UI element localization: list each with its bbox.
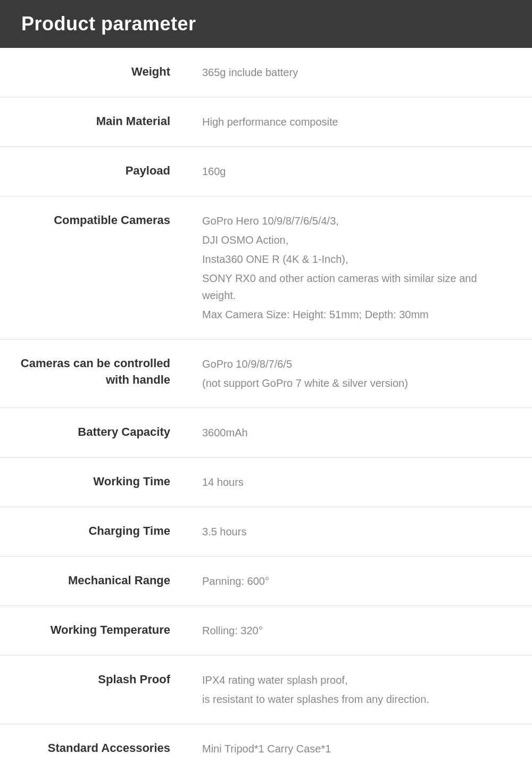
- table-row: Main MaterialHigh performance composite: [0, 97, 532, 147]
- table-row: Cameras can be controlled with handleGoP…: [0, 339, 532, 408]
- param-label: Working Temperature: [0, 606, 192, 656]
- page-title: Product parameter: [21, 13, 511, 35]
- param-value: Rolling: 320°: [192, 606, 532, 656]
- table-row: Standard AccessoriesMini Tripod*1 Carry …: [0, 724, 532, 763]
- param-value: High performance composite: [192, 97, 532, 147]
- table-row: Charging Time3.5 hours: [0, 507, 532, 557]
- page-header: Product parameter: [0, 0, 532, 48]
- param-label: Standard Accessories: [0, 724, 192, 763]
- table-row: Weight365g include battery: [0, 48, 532, 97]
- table-row: Payload160g: [0, 147, 532, 196]
- param-label: Compatible Cameras: [0, 196, 192, 339]
- param-label: Cameras can be controlled with handle: [0, 339, 192, 408]
- table-row: Splash ProofIPX4 rating water splash pro…: [0, 656, 532, 724]
- param-value: 3600mAh: [192, 408, 532, 458]
- param-label: Battery Capacity: [0, 408, 192, 458]
- param-value: 365g include battery: [192, 48, 532, 97]
- param-value: 3.5 hours: [192, 507, 532, 557]
- param-label: Charging Time: [0, 507, 192, 557]
- param-value: 160g: [192, 147, 532, 196]
- param-value: GoPro 10/9/8/7/6/5(not support GoPro 7 w…: [192, 339, 532, 408]
- param-label: Weight: [0, 48, 192, 97]
- param-label: Working Time: [0, 458, 192, 507]
- param-value: 14 hours: [192, 458, 532, 507]
- table-row: Battery Capacity3600mAh: [0, 408, 532, 458]
- param-value: Mini Tripod*1 Carry Case*1Camera Chargin…: [192, 724, 532, 763]
- param-value: GoPro Hero 10/9/8/7/6/5/4/3,DJI OSMO Act…: [192, 196, 532, 339]
- table-row: Working TemperatureRolling: 320°: [0, 606, 532, 656]
- param-value: Panning: 600°: [192, 557, 532, 606]
- table-row: Compatible CamerasGoPro Hero 10/9/8/7/6/…: [0, 196, 532, 339]
- product-parameters-table: Weight365g include batteryMain MaterialH…: [0, 48, 532, 762]
- param-label: Mechanical Range: [0, 557, 192, 606]
- param-label: Payload: [0, 147, 192, 196]
- table-row: Mechanical RangePanning: 600°: [0, 557, 532, 606]
- table-row: Working Time14 hours: [0, 458, 532, 507]
- param-label: Splash Proof: [0, 656, 192, 724]
- param-label: Main Material: [0, 97, 192, 147]
- param-value: IPX4 rating water splash proof,is resist…: [192, 656, 532, 724]
